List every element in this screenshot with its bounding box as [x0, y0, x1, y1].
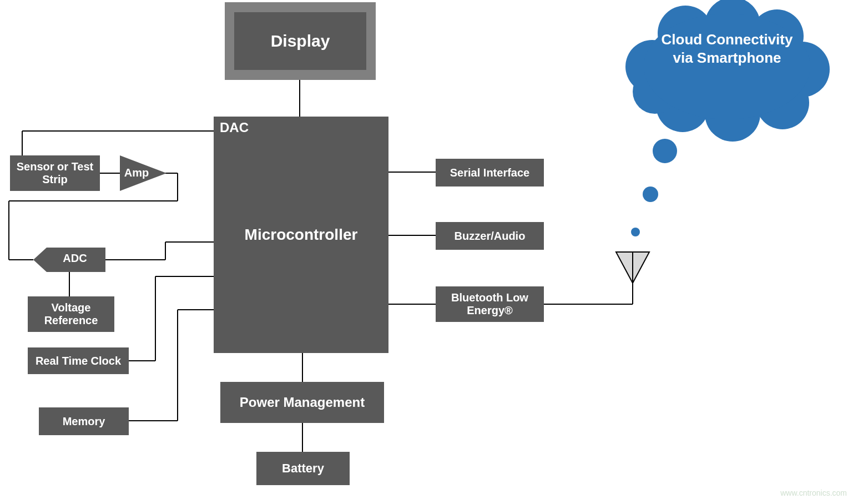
- power-label: Power Management: [240, 395, 365, 410]
- rtc-label: Real Time Clock: [36, 355, 121, 367]
- diagram-stage: Display Microcontroller DAC Sensor or Te…: [0, 0, 858, 504]
- power-block: Power Management: [220, 382, 384, 423]
- adc-label-wrap: ADC: [50, 252, 100, 265]
- sensor-label: Sensor or Test Strip: [10, 160, 100, 186]
- svg-point-41: [633, 69, 677, 114]
- ble-label: Bluetooth Low Energy®: [436, 291, 544, 317]
- svg-point-30: [631, 228, 640, 236]
- microcontroller-label: Microcontroller: [245, 226, 358, 244]
- display-label: Display: [271, 32, 330, 51]
- adc-label: ADC: [63, 252, 87, 264]
- buzzer-block: Buzzer/Audio: [436, 222, 544, 250]
- microcontroller-block: Microcontroller: [214, 117, 388, 353]
- serial-block: Serial Interface: [436, 159, 544, 187]
- sensor-block: Sensor or Test Strip: [10, 155, 100, 191]
- cloud-text-wrap: Cloud Connectivity via Smartphone: [655, 31, 799, 67]
- cloud-text: Cloud Connectivity via Smartphone: [662, 31, 793, 66]
- voltage-ref-block: Voltage Reference: [28, 296, 114, 332]
- svg-marker-28: [616, 252, 649, 283]
- buzzer-label: Buzzer/Audio: [455, 230, 526, 243]
- battery-label: Battery: [282, 461, 324, 476]
- svg-point-40: [656, 79, 709, 132]
- svg-point-31: [643, 187, 658, 202]
- memory-block: Memory: [39, 407, 129, 435]
- ble-block: Bluetooth Low Energy®: [436, 286, 544, 322]
- svg-point-42: [644, 14, 810, 119]
- svg-point-38: [756, 76, 809, 129]
- display-block: Display: [234, 12, 366, 70]
- svg-point-32: [653, 139, 677, 163]
- svg-point-39: [705, 86, 760, 142]
- memory-label: Memory: [63, 415, 105, 428]
- amp-label-wrap: Amp: [121, 167, 152, 179]
- watermark-text: www.cntronics.com: [780, 488, 847, 497]
- rtc-block: Real Time Clock: [28, 347, 129, 374]
- voltage-ref-label: Voltage Reference: [28, 301, 114, 327]
- battery-block: Battery: [256, 452, 350, 485]
- dac-label: DAC: [220, 120, 249, 135]
- serial-label: Serial Interface: [450, 167, 529, 179]
- amp-label: Amp: [124, 167, 149, 179]
